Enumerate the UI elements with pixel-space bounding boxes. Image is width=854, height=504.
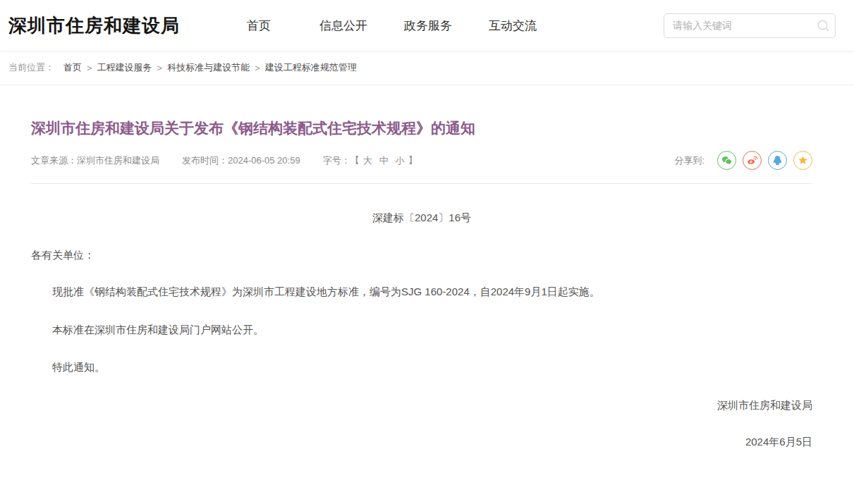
fontsize-medium-button[interactable]: 中 [379, 154, 389, 167]
salutation: 各有关单位： [31, 249, 812, 262]
fontsize-small-button[interactable]: 小 [396, 154, 405, 167]
article-container: 深圳市住房和建设局关于发布《钢结构装配式住宅技术规程》的通知 文章来源： 深圳市… [31, 118, 812, 486]
breadcrumb-item-engineering[interactable]: 工程建设服务 [97, 61, 152, 74]
nav-item-info-disclosure[interactable]: 信息公开 [301, 18, 386, 34]
breadcrumb-separator: > [157, 63, 163, 73]
document-number: 深建标〔2024〕16号 [31, 211, 812, 225]
article-meta: 文章来源： 深圳市住房和建设局 发布时间： 2024-06-05 20:59 字… [31, 151, 812, 170]
breadcrumb-item-tech-standards[interactable]: 科技标准与建设节能 [167, 61, 250, 74]
body-paragraph: 现批准《钢结构装配式住宅技术规程》为深圳市工程建设地方标准，编号为SJG 160… [31, 284, 812, 300]
nav-item-interaction[interactable]: 互动交流 [470, 18, 555, 34]
meta-fontsize-label: 字号： [323, 154, 350, 167]
meta-time-value: 2024-06-05 20:59 [228, 155, 300, 166]
breadcrumb-separator: > [87, 63, 92, 73]
weibo-icon [746, 154, 758, 166]
signature-org: 深圳市住房和建设局 [31, 399, 812, 412]
share-label: 分享到: [674, 154, 704, 167]
search-input[interactable] [664, 20, 811, 31]
share-qq-button[interactable] [768, 151, 787, 170]
fontsize-bracket-close: 】 [408, 154, 417, 167]
body-paragraph: 特此通知。 [31, 359, 812, 376]
nav-item-gov-services[interactable]: 政务服务 [386, 18, 470, 34]
share-qzone-button[interactable] [793, 151, 812, 170]
search-button[interactable] [811, 14, 835, 37]
meta-source-value: 深圳市住房和建设局 [77, 154, 159, 167]
wechat-icon [721, 154, 733, 166]
breadcrumb-item-home[interactable]: 首页 [63, 61, 82, 74]
fontsize-large-button[interactable]: 大 [363, 154, 372, 167]
main-nav: 首页 信息公开 政务服务 互动交流 [216, 18, 555, 34]
share-weibo-button[interactable] [743, 151, 762, 170]
fontsize-bracket-open: 【 [350, 154, 360, 167]
meta-time-label: 发布时间： [182, 154, 228, 167]
breadcrumb-separator: > [255, 63, 260, 73]
share-bar: 分享到: [674, 151, 812, 170]
nav-item-home[interactable]: 首页 [216, 18, 301, 34]
search-box [664, 13, 836, 38]
qq-icon [771, 154, 783, 166]
breadcrumb-label: 当前位置： [8, 61, 54, 74]
share-wechat-button[interactable] [717, 151, 736, 170]
meta-source-label: 文章来源： [31, 154, 77, 167]
body-paragraph: 本标准在深圳市住房和建设局门户网站公开。 [31, 322, 812, 338]
content-divider [31, 183, 812, 184]
site-header: 深圳市住房和建设局 首页 信息公开 政务服务 互动交流 [0, 0, 854, 51]
qzone-star-icon [797, 154, 809, 166]
article-title: 深圳市住房和建设局关于发布《钢结构装配式住宅技术规程》的通知 [31, 118, 812, 138]
signature-date: 2024年6月5日 [31, 436, 812, 486]
breadcrumb-item-standard-mgmt[interactable]: 建设工程标准规范管理 [265, 61, 357, 74]
site-logo[interactable]: 深圳市住房和建设局 [0, 13, 180, 38]
breadcrumb: 当前位置： 首页 > 工程建设服务 > 科技标准与建设节能 > 建设工程标准规范… [0, 51, 854, 85]
search-icon [816, 18, 830, 32]
